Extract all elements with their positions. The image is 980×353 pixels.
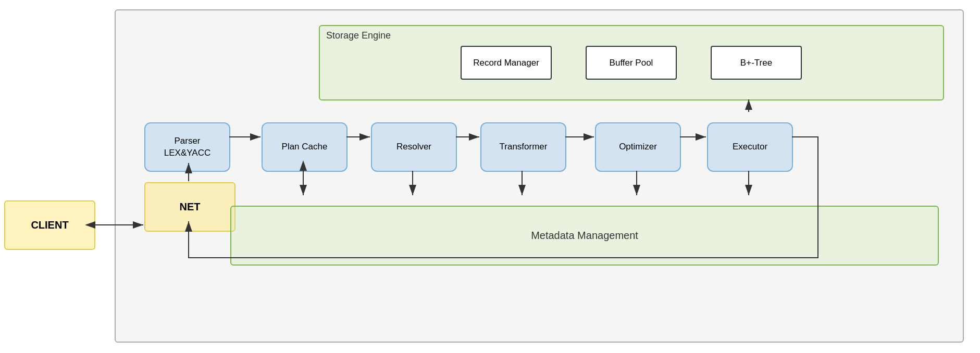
record-manager-box: Record Manager xyxy=(461,46,552,80)
metadata-box: Metadata Management xyxy=(230,206,939,266)
record-manager-label: Record Manager xyxy=(473,58,539,68)
net-label: NET xyxy=(180,201,201,213)
diagram-container: CLIENT Storage Engine Record Manager Buf… xyxy=(0,0,980,353)
net-box: NET xyxy=(144,182,235,232)
storage-engine-box: Storage Engine Record Manager Buffer Poo… xyxy=(319,25,944,100)
plan-cache-label: Plan Cache xyxy=(282,141,328,153)
bplus-tree-label: B+-Tree xyxy=(740,58,772,68)
transformer-box: Transformer xyxy=(480,122,566,172)
transformer-label: Transformer xyxy=(500,141,548,153)
metadata-label: Metadata Management xyxy=(531,230,638,242)
executor-box: Executor xyxy=(707,122,793,172)
executor-label: Executor xyxy=(733,141,767,153)
plan-cache-box: Plan Cache xyxy=(262,122,348,172)
main-box: Storage Engine Record Manager Buffer Poo… xyxy=(115,9,964,343)
buffer-pool-label: Buffer Pool xyxy=(610,58,653,68)
storage-engine-label: Storage Engine xyxy=(326,30,391,41)
resolver-box: Resolver xyxy=(371,122,457,172)
client-label: CLIENT xyxy=(31,219,68,231)
parser-label: ParserLEX&YACC xyxy=(164,135,210,158)
resolver-label: Resolver xyxy=(396,141,431,153)
parser-box: ParserLEX&YACC xyxy=(144,122,230,172)
bplus-tree-box: B+-Tree xyxy=(711,46,802,80)
optimizer-box: Optimizer xyxy=(595,122,681,172)
client-box: CLIENT xyxy=(4,200,95,250)
optimizer-label: Optimizer xyxy=(619,141,657,153)
buffer-pool-box: Buffer Pool xyxy=(586,46,677,80)
